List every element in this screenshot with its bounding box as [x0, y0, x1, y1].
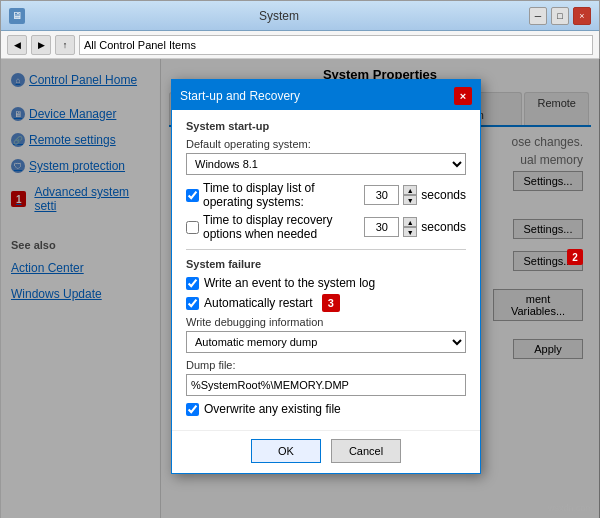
debug-info-dropdown[interactable]: Automatic memory dump	[186, 331, 466, 353]
display-os-list-label: Time to display list of operating system…	[203, 181, 360, 209]
up-button[interactable]: ↑	[55, 35, 75, 55]
os-list-spin-down[interactable]: ▼	[403, 195, 417, 205]
dialog-body: System start-up Default operating system…	[172, 110, 480, 430]
write-event-checkbox[interactable]	[186, 277, 199, 290]
title-bar: 🖥 System ─ □ ×	[1, 1, 599, 31]
dialog-close-button[interactable]: ×	[454, 87, 472, 105]
os-list-spinner-input[interactable]	[364, 185, 399, 205]
main-window: 🖥 System ─ □ × ◀ ▶ ↑ ⌂ Control Panel Hom…	[0, 0, 600, 518]
os-list-spinner-buttons: ▲ ▼	[403, 185, 417, 205]
back-button[interactable]: ◀	[7, 35, 27, 55]
overwrite-checkbox[interactable]	[186, 403, 199, 416]
display-os-list-checkbox[interactable]	[186, 189, 199, 202]
address-bar: ◀ ▶ ↑	[1, 31, 599, 59]
app-icon: 🖥	[9, 8, 25, 24]
ok-button[interactable]: OK	[251, 439, 321, 463]
section-divider	[186, 249, 466, 250]
default-os-row: Windows 8.1	[186, 153, 466, 175]
dialog-title-bar: Start-up and Recovery ×	[172, 82, 480, 110]
recovery-seconds-label: seconds	[421, 220, 466, 234]
default-os-label: Default operating system:	[186, 138, 466, 150]
auto-restart-row: Automatically restart 3	[186, 294, 466, 312]
minimize-button[interactable]: ─	[529, 7, 547, 25]
window-controls: ─ □ ×	[529, 7, 591, 25]
close-button[interactable]: ×	[573, 7, 591, 25]
debug-info-label: Write debugging information	[186, 316, 466, 328]
recovery-spin-down[interactable]: ▼	[403, 227, 417, 237]
dialog-footer: OK Cancel	[172, 430, 480, 473]
recovery-spin-up[interactable]: ▲	[403, 217, 417, 227]
os-list-seconds-label: seconds	[421, 188, 466, 202]
callout-badge-3: 3	[322, 294, 340, 312]
os-list-spin-up[interactable]: ▲	[403, 185, 417, 195]
write-event-row: Write an event to the system log	[186, 276, 466, 290]
maximize-button[interactable]: □	[551, 7, 569, 25]
cancel-button[interactable]: Cancel	[331, 439, 401, 463]
callout-badge-2: 2	[567, 249, 583, 265]
address-input[interactable]	[79, 35, 593, 55]
dump-file-label: Dump file:	[186, 359, 466, 371]
display-recovery-row: Time to display recovery options when ne…	[186, 213, 466, 241]
recovery-spinner-input[interactable]	[364, 217, 399, 237]
display-recovery-label: Time to display recovery options when ne…	[203, 213, 360, 241]
recovery-spinner-buttons: ▲ ▼	[403, 217, 417, 237]
dump-file-input[interactable]	[186, 374, 466, 396]
startup-recovery-dialog: Start-up and Recovery × System start-up …	[171, 79, 481, 474]
debug-dropdown-row: Automatic memory dump	[186, 331, 466, 353]
auto-restart-label: Automatically restart	[204, 296, 313, 310]
auto-restart-checkbox[interactable]	[186, 297, 199, 310]
display-recovery-checkbox[interactable]	[186, 221, 199, 234]
forward-button[interactable]: ▶	[31, 35, 51, 55]
window-title: System	[29, 9, 529, 23]
dialog-title: Start-up and Recovery	[180, 89, 300, 103]
watermark: wsxdn.com	[548, 503, 593, 513]
write-event-label: Write an event to the system log	[204, 276, 375, 290]
default-os-dropdown[interactable]: Windows 8.1	[186, 153, 466, 175]
startup-section-header: System start-up	[186, 120, 466, 132]
modal-overlay: Start-up and Recovery × System start-up …	[1, 59, 600, 518]
display-os-list-row: Time to display list of operating system…	[186, 181, 466, 209]
overwrite-label: Overwrite any existing file	[204, 402, 341, 416]
failure-section-header: System failure	[186, 258, 466, 270]
overwrite-row: Overwrite any existing file	[186, 402, 466, 416]
